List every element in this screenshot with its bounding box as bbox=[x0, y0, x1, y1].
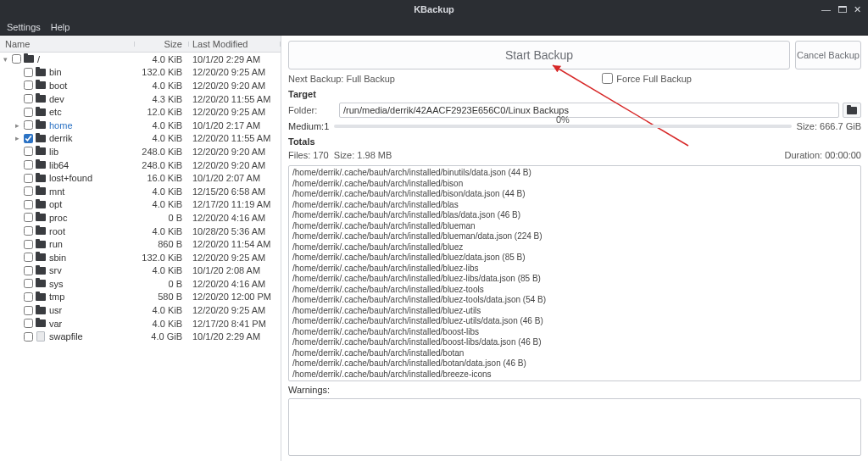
menu-help[interactable]: Help bbox=[51, 22, 70, 32]
tree-row[interactable]: lost+found16.0 KiB10/1/20 2:07 AM bbox=[0, 171, 281, 185]
expander-icon[interactable]: ▾ bbox=[0, 55, 10, 64]
tree-row[interactable]: etc12.0 KiB12/20/20 9:25 AM bbox=[0, 105, 281, 119]
file-name[interactable]: dev bbox=[47, 94, 135, 104]
tree-row[interactable]: tmp580 B12/20/20 12:00 PM bbox=[0, 291, 281, 304]
file-size: 4.0 KiB bbox=[135, 120, 189, 131]
medium-label: Medium: bbox=[288, 121, 324, 131]
tree-row[interactable]: lib248.0 KiB12/20/20 9:20 AM bbox=[0, 145, 281, 158]
file-name[interactable]: etc bbox=[47, 107, 135, 117]
file-name[interactable]: sbin bbox=[47, 253, 135, 263]
file-name[interactable]: home bbox=[47, 120, 135, 131]
log-line: /home/derrik/.cache/bauh/arch/installed/… bbox=[292, 380, 857, 381]
file-name[interactable]: root bbox=[47, 226, 135, 236]
include-checkbox[interactable] bbox=[22, 266, 34, 275]
include-checkbox[interactable] bbox=[22, 147, 34, 156]
file-name[interactable]: bin bbox=[47, 67, 135, 77]
tree-rows[interactable]: ▾/4.0 KiB10/1/20 2:29 AMbin132.0 KiB12/2… bbox=[0, 53, 281, 343]
window-minimize-icon[interactable]: — bbox=[821, 4, 831, 15]
file-modified: 12/20/20 11:55 AM bbox=[189, 94, 281, 104]
file-size: 4.0 KiB bbox=[135, 81, 189, 91]
start-backup-button[interactable]: Start Backup bbox=[288, 41, 790, 69]
file-name[interactable]: lib bbox=[47, 147, 135, 157]
tree-row[interactable]: root4.0 KiB10/28/20 5:36 AM bbox=[0, 225, 281, 238]
include-checkbox[interactable] bbox=[22, 226, 34, 236]
file-name[interactable]: lib64 bbox=[47, 160, 135, 170]
tree-row[interactable]: ▸derrik4.0 KiB12/20/20 11:55 AM bbox=[0, 132, 281, 146]
include-checkbox[interactable] bbox=[22, 200, 34, 209]
window-maximize-icon[interactable]: 🗖 bbox=[837, 4, 847, 15]
file-name[interactable]: swapfile bbox=[47, 331, 135, 342]
log-line: /home/derrik/.cache/bauh/arch/installed/… bbox=[292, 200, 857, 211]
include-checkbox[interactable] bbox=[22, 279, 34, 288]
file-size: 16.0 KiB bbox=[135, 173, 189, 183]
include-checkbox[interactable] bbox=[22, 120, 34, 130]
expander-icon[interactable]: ▸ bbox=[12, 134, 22, 142]
include-checkbox[interactable] bbox=[22, 292, 34, 302]
file-name[interactable]: lost+found bbox=[47, 173, 135, 183]
tree-row[interactable]: opt4.0 KiB12/17/20 11:19 AM bbox=[0, 198, 281, 212]
target-folder-input[interactable] bbox=[339, 103, 839, 118]
next-backup-label: Next Backup: Full Backup bbox=[288, 74, 602, 84]
cancel-backup-button[interactable]: Cancel Backup bbox=[795, 41, 861, 69]
file-name[interactable]: proc bbox=[47, 213, 135, 223]
include-checkbox[interactable] bbox=[22, 186, 34, 196]
tree-row[interactable]: dev4.3 KiB12/20/20 11:55 AM bbox=[0, 92, 281, 106]
file-modified: 12/20/20 4:16 AM bbox=[189, 213, 281, 223]
include-checkbox[interactable] bbox=[22, 68, 34, 77]
include-checkbox[interactable] bbox=[22, 94, 34, 103]
tree-row[interactable]: var4.0 KiB12/17/20 8:41 PM bbox=[0, 317, 281, 330]
warnings-output[interactable] bbox=[288, 398, 861, 456]
browse-folder-button[interactable] bbox=[843, 103, 861, 118]
include-checkbox[interactable] bbox=[22, 306, 34, 315]
log-line: /home/derrik/.cache/bauh/arch/installed/… bbox=[292, 242, 857, 253]
tree-row[interactable]: proc0 B12/20/20 4:16 AM bbox=[0, 211, 281, 225]
tree-row[interactable]: sys0 B12/20/20 4:16 AM bbox=[0, 277, 281, 291]
file-name[interactable]: usr bbox=[47, 305, 135, 315]
file-name[interactable]: tmp bbox=[47, 292, 135, 302]
include-checkbox[interactable] bbox=[22, 213, 34, 222]
include-checkbox[interactable] bbox=[22, 332, 34, 342]
file-name[interactable]: derrik bbox=[47, 133, 135, 143]
warnings-label: Warnings: bbox=[288, 385, 861, 395]
tree-row[interactable]: usr4.0 KiB12/20/20 9:25 AM bbox=[0, 303, 281, 317]
tree-row[interactable]: ▾/4.0 KiB10/1/20 2:29 AM bbox=[0, 53, 281, 66]
window-close-icon[interactable]: ✕ bbox=[854, 4, 861, 15]
tree-row[interactable]: srv4.0 KiB10/1/20 2:08 AM bbox=[0, 264, 281, 278]
file-name[interactable]: var bbox=[47, 319, 135, 329]
menu-settings[interactable]: Settings bbox=[7, 22, 41, 32]
include-checkbox[interactable] bbox=[22, 160, 34, 169]
file-size: 4.0 KiB bbox=[135, 186, 189, 197]
include-checkbox[interactable] bbox=[10, 54, 22, 64]
file-size: 4.0 KiB bbox=[135, 319, 189, 329]
col-modified[interactable]: Last Modified bbox=[189, 39, 281, 49]
include-checkbox[interactable] bbox=[22, 240, 34, 249]
force-full-backup-checkbox[interactable]: Force Full Backup bbox=[602, 73, 692, 84]
include-checkbox[interactable] bbox=[22, 174, 34, 183]
file-name[interactable]: opt bbox=[47, 199, 135, 209]
file-size: 132.0 KiB bbox=[135, 253, 189, 263]
log-line: /home/derrik/.cache/bauh/arch/installed/… bbox=[292, 221, 857, 232]
include-checkbox[interactable] bbox=[22, 81, 34, 90]
col-size[interactable]: Size bbox=[135, 39, 189, 49]
expander-icon[interactable]: ▸ bbox=[12, 121, 22, 130]
log-output[interactable]: /home/derrik/.cache/bauh/arch/installed/… bbox=[288, 165, 861, 381]
file-name[interactable]: srv bbox=[47, 265, 135, 275]
tree-row[interactable]: ▸home4.0 KiB10/1/20 2:17 AM bbox=[0, 119, 281, 132]
tree-row[interactable]: lib64248.0 KiB12/20/20 9:20 AM bbox=[0, 158, 281, 172]
file-name[interactable]: boot bbox=[47, 81, 135, 91]
tree-row[interactable]: sbin132.0 KiB12/20/20 9:25 AM bbox=[0, 251, 281, 264]
tree-row[interactable]: bin132.0 KiB12/20/20 9:25 AM bbox=[0, 66, 281, 80]
file-name[interactable]: sys bbox=[47, 279, 135, 289]
include-checkbox[interactable] bbox=[22, 134, 34, 143]
file-name[interactable]: / bbox=[36, 54, 135, 64]
tree-row[interactable]: run860 B12/20/20 11:54 AM bbox=[0, 237, 281, 251]
include-checkbox[interactable] bbox=[22, 253, 34, 262]
file-name[interactable]: mnt bbox=[47, 186, 135, 197]
include-checkbox[interactable] bbox=[22, 319, 34, 328]
include-checkbox[interactable] bbox=[22, 108, 34, 117]
tree-row[interactable]: swapfile4.0 GiB10/1/20 2:29 AM bbox=[0, 330, 281, 343]
tree-row[interactable]: boot4.0 KiB12/20/20 9:20 AM bbox=[0, 79, 281, 92]
file-name[interactable]: run bbox=[47, 239, 135, 249]
col-name[interactable]: Name bbox=[0, 39, 135, 49]
tree-row[interactable]: mnt4.0 KiB12/15/20 6:58 AM bbox=[0, 185, 281, 198]
